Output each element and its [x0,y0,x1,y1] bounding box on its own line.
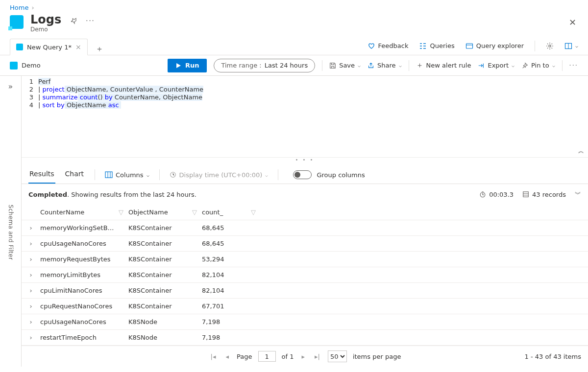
expand-row-icon[interactable]: › [22,240,40,247]
col-objectname[interactable]: ObjectName▽ [128,209,202,216]
gear-icon[interactable] [546,42,554,50]
table-row[interactable]: ›cpuLimitNanoCoresK8SContainer82,104 [22,283,588,299]
close-tab-icon[interactable]: × [75,44,81,50]
expand-row-icon[interactable]: › [22,271,40,279]
expand-row-icon[interactable]: › [22,224,40,232]
query-tab-label: New Query 1* [27,44,72,51]
page-header: Logs Demo ··· ✕ [0,13,588,37]
export-button[interactable]: Export ⌵ [478,62,514,69]
cell-count: 82,104 [202,284,261,297]
cell-count: 7,198 [202,331,261,344]
share-button[interactable]: Share ⌵ [368,62,402,69]
table-row[interactable]: ›memoryWorkingSetB…K8SContainer68,645 [22,220,588,236]
svg-rect-6 [523,192,529,197]
table-row[interactable]: ›memoryLimitBytesK8SContainer82,104 [22,267,588,283]
cell-objectname: K8SContainer [128,300,202,313]
page-size-select[interactable]: 50 [328,350,347,362]
pin-icon[interactable] [71,18,78,24]
columns-button[interactable]: Columns ⌵ [105,171,149,179]
last-page-icon[interactable]: ▸| [313,353,322,360]
collapse-results-icon[interactable]: ︾ [575,190,581,199]
add-tab-button[interactable]: ＋ [93,43,106,55]
cell-objectname: K8SNode [128,315,202,328]
query-explorer-button[interactable]: Query explorer [466,42,524,50]
expand-row-icon[interactable]: › [22,302,40,310]
cell-countername: memoryWorkingSetB… [40,221,128,234]
more-icon[interactable]: ··· [569,62,578,69]
results-table: CounterName▽ ObjectName▽ count_▽ ›memory… [22,205,588,346]
heart-icon [368,42,375,50]
table-row[interactable]: ›restartTimeEpochK8SNode7,198 [22,330,588,346]
collapse-editor-icon[interactable]: ︽ [578,147,584,155]
more-icon[interactable]: ··· [86,17,95,24]
table-row[interactable]: ›cpuUsageNanoCoresK8SContainer68,645 [22,236,588,252]
cell-countername: cpuUsageNanoCores [40,237,128,250]
save-button[interactable]: Save ⌵ [329,62,361,69]
next-page-icon[interactable]: ▸ [299,353,307,360]
first-page-icon[interactable]: |◂ [209,353,218,360]
schema-rail-label[interactable]: Schema and Filter [7,205,14,260]
query-editor[interactable]: 1 2 3 4 Perf | project ObjectName, Count… [22,76,588,157]
page-title: Logs [30,13,61,26]
pane-resize-gripper[interactable]: • • • [22,157,588,162]
cell-objectname: K8SNode [128,331,202,344]
feedback-button[interactable]: Feedback [368,42,409,50]
expand-row-icon[interactable]: › [22,318,40,326]
pager: |◂ ◂ Page of 1 ▸ ▸| 50 items per page 1 … [22,346,588,367]
play-icon [175,63,181,69]
display-time-button[interactable]: Display time (UTC+00:00) ⌵ [170,171,269,179]
cell-objectname: K8SContainer [128,284,202,297]
tab-results[interactable]: Results [28,166,55,184]
new-alert-button[interactable]: ＋ New alert rule [416,61,471,70]
toggle-switch[interactable] [293,170,312,179]
expand-row-icon[interactable]: › [22,334,40,341]
panel-toggle[interactable]: ⌵ [564,42,578,50]
stopwatch-icon [479,191,486,198]
schema-rail: » Schema and Filter [0,76,22,367]
col-count[interactable]: count_▽ [202,209,261,216]
query-tab[interactable]: New Query 1* × [10,39,88,55]
cell-countername: memoryRequestBytes [40,253,128,266]
query-tab-strip: New Query 1* × ＋ Feedback Queries Query … [0,37,588,55]
cell-countername: cpuRequestNanoCores [40,300,128,313]
filter-icon[interactable]: ▽ [119,209,123,216]
plus-icon: ＋ [416,61,423,70]
chevron-down-icon: ⌵ [575,43,578,48]
cell-countername: memoryLimitBytes [40,268,128,281]
explorer-icon [466,42,473,50]
time-range-picker[interactable]: Time range : Last 24 hours [214,59,315,72]
col-countername[interactable]: CounterName▽ [40,209,128,216]
scope-picker[interactable]: Demo [10,62,41,70]
results-header: Results Chart Columns ⌵ Display time (UT… [22,162,588,184]
cell-count: 68,645 [202,221,261,234]
group-columns-toggle[interactable]: Group columns [293,170,365,179]
expand-row-icon[interactable]: › [22,287,40,294]
breadcrumb-home[interactable]: Home [10,4,28,11]
table-row[interactable]: ›cpuRequestNanoCoresK8SContainer67,701 [22,299,588,314]
svg-point-1 [549,45,551,47]
export-icon [478,62,485,69]
svg-rect-0 [466,44,472,48]
editor-content[interactable]: Perf | project ObjectName, CounterValue … [38,76,203,157]
cell-count: 67,701 [202,300,261,313]
filter-icon[interactable]: ▽ [251,209,256,216]
pin-icon [521,62,528,69]
svg-rect-3 [105,172,112,178]
pin-to-button[interactable]: Pin to ⌵ [521,62,555,69]
breadcrumb: Home › [0,0,588,13]
cell-countername: restartTimeEpoch [40,331,128,344]
expand-rail-icon[interactable]: » [8,82,13,91]
run-button[interactable]: Run [168,59,207,72]
prev-page-icon[interactable]: ◂ [224,353,231,360]
expand-row-icon[interactable]: › [22,256,40,263]
records-icon [522,191,529,198]
page-input[interactable] [258,351,276,362]
table-row[interactable]: ›memoryRequestBytesK8SContainer53,294 [22,252,588,267]
filter-icon[interactable]: ▽ [192,209,197,216]
close-button[interactable]: ✕ [567,15,578,29]
queries-button[interactable]: Queries [419,42,454,50]
page-subtitle: Demo [30,26,61,33]
table-row[interactable]: ›cpuUsageNanoCoresK8SNode7,198 [22,314,588,330]
clock-icon [170,171,176,178]
tab-chart[interactable]: Chart [64,166,85,184]
